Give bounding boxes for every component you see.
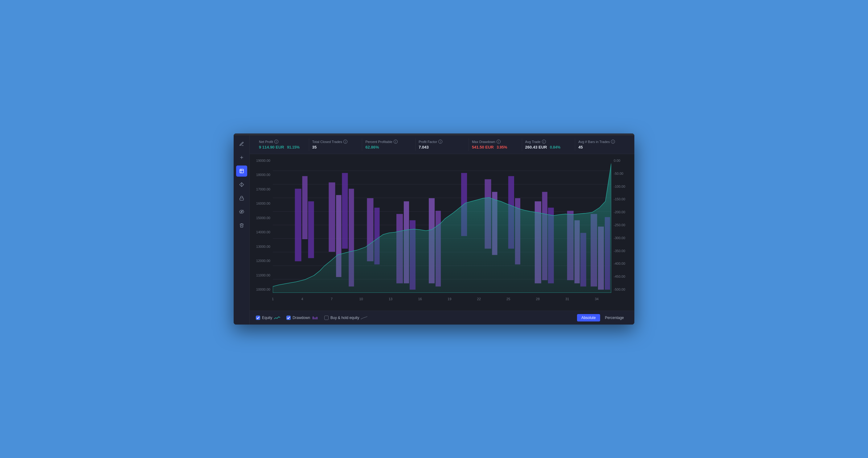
sidebar-icon-lock[interactable] (236, 193, 247, 204)
equity-line-icon (274, 316, 280, 319)
stat-total-closed-trades: Total Closed Trades i 35 (309, 139, 363, 151)
sidebar-icon-cursor[interactable] (236, 165, 247, 177)
y-left-label-4: 15000.00 (256, 216, 270, 220)
y-right-label-6: -300.00 (614, 236, 625, 240)
y-left-label-6: 13000.00 (256, 245, 270, 248)
drawdown-bar-icon (312, 316, 318, 319)
net-profit-info-icon[interactable]: i (274, 140, 278, 144)
x-label-1: 1 (272, 297, 274, 301)
svg-rect-46 (314, 317, 316, 319)
legend-drawdown-checkbox[interactable] (286, 315, 291, 320)
y-right-label-0: 0.00 (614, 159, 620, 162)
svg-rect-20 (329, 182, 335, 252)
y-right-label-7: -350.00 (614, 249, 625, 253)
main-layout: Net Profit i 9 114.90 EUR 91.15% Total C… (234, 135, 634, 325)
chart-area: 19000.00 18000.00 17000.00 16000.00 1500… (250, 154, 634, 311)
stat-percent-profitable-value: 62.86% (365, 145, 412, 150)
legend: Equity Drawdown (256, 315, 367, 320)
y-right-label-4: -200.00 (614, 210, 625, 214)
y-right-label-8: -400.00 (614, 262, 625, 265)
y-axis-right: 0.00 -50.00 -100.00 -150.00 -200.00 -250… (611, 157, 634, 293)
y-right-label-5: -250.00 (614, 223, 625, 227)
legend-buy-hold-checkbox[interactable] (324, 315, 329, 320)
legend-equity-checkbox[interactable] (256, 315, 260, 320)
stat-net-profit-value: 9 114.90 EUR 91.15% (259, 145, 306, 150)
stat-max-drawdown-label: Max Drawdown i (472, 140, 519, 144)
view-buttons: Absolute Percentage (577, 314, 628, 322)
legend-equity-label: Equity (262, 315, 272, 320)
svg-rect-17 (295, 189, 302, 261)
stat-profit-factor-label: Profit Factor i (418, 140, 465, 144)
stat-avg-trade-value: 260.43 EUR 0.84% (525, 145, 572, 150)
absolute-button[interactable]: Absolute (577, 314, 600, 322)
sidebar-icon-plus[interactable] (236, 152, 247, 163)
x-label-31: 31 (565, 297, 569, 301)
percentage-button[interactable]: Percentage (601, 314, 628, 322)
total-closed-trades-info-icon[interactable]: i (343, 140, 347, 144)
x-axis: 1 4 7 10 13 16 19 22 25 28 31 34 (273, 293, 611, 305)
stat-max-drawdown-value: 541.50 EUR 3.95% (472, 145, 519, 150)
avg-trade-info-icon[interactable]: i (542, 140, 546, 144)
x-label-22: 22 (477, 297, 481, 301)
stat-avg-trade: Avg Trade i 260.43 EUR 0.84% (522, 139, 576, 151)
stat-max-drawdown: Max Drawdown i 541.50 EUR 3.95% (469, 139, 522, 151)
stat-avg-bars-value: 45 (578, 145, 625, 150)
legend-drawdown[interactable]: Drawdown (286, 315, 318, 320)
y-left-label-8: 11000.00 (256, 273, 270, 277)
stat-total-closed-trades-label: Total Closed Trades i (312, 140, 359, 144)
x-label-10: 10 (359, 297, 363, 301)
svg-rect-18 (302, 176, 307, 239)
svg-rect-4 (240, 198, 244, 200)
y-left-label-9: 10000.00 (256, 287, 270, 291)
legend-equity[interactable]: Equity (256, 315, 280, 320)
x-label-13: 13 (389, 297, 393, 301)
y-axis-left: 19000.00 18000.00 17000.00 16000.00 1500… (250, 157, 273, 293)
stats-bar: Net Profit i 9 114.90 EUR 91.15% Total C… (250, 135, 634, 154)
x-label-19: 19 (447, 297, 451, 301)
avg-bars-info-icon[interactable]: i (611, 140, 615, 144)
y-left-label-0: 19000.00 (256, 159, 270, 162)
percent-profitable-info-icon[interactable]: i (394, 140, 398, 144)
sidebar-icon-eye[interactable] (236, 206, 247, 217)
sidebar-icon-pencil[interactable] (236, 139, 247, 150)
y-right-label-9: -450.00 (614, 275, 625, 278)
sidebar-icon-trash[interactable] (236, 220, 247, 231)
stat-percent-profitable: Percent Profitable i 62.86% (362, 139, 415, 151)
chart-svg (273, 157, 611, 293)
stat-profit-factor: Profit Factor i 7.043 (415, 139, 469, 151)
x-label-4: 4 (301, 297, 303, 301)
stat-profit-factor-value: 7.043 (418, 145, 465, 150)
sidebar-icon-ruler[interactable] (236, 179, 247, 190)
y-right-label-2: -100.00 (614, 185, 625, 188)
chart-container: 19000.00 18000.00 17000.00 16000.00 1500… (250, 157, 634, 305)
y-left-label-7: 12000.00 (256, 259, 270, 263)
stat-net-profit: Net Profit i 9 114.90 EUR 91.15% (256, 139, 309, 151)
stat-net-profit-label: Net Profit i (259, 140, 306, 144)
stat-avg-bars: Avg # Bars in Trades i 45 (575, 139, 628, 151)
buy-hold-line-icon (361, 316, 367, 319)
profit-factor-info-icon[interactable]: i (438, 140, 442, 144)
y-right-label-10: -500.00 (614, 287, 625, 291)
stat-avg-bars-label: Avg # Bars in Trades i (578, 140, 625, 144)
stat-avg-trade-label: Avg Trade i (525, 140, 572, 144)
legend-drawdown-label: Drawdown (292, 315, 310, 320)
stat-total-closed-trades-value: 35 (312, 145, 359, 150)
chart-plot (273, 157, 611, 293)
y-left-label-1: 18000.00 (256, 173, 270, 177)
content-area: Net Profit i 9 114.90 EUR 91.15% Total C… (250, 135, 634, 325)
svg-rect-2 (240, 169, 244, 173)
y-right-label-3: -150.00 (614, 197, 625, 201)
svg-rect-45 (313, 316, 314, 319)
x-label-25: 25 (506, 297, 510, 301)
svg-rect-22 (342, 173, 348, 249)
main-window: Net Profit i 9 114.90 EUR 91.15% Total C… (234, 133, 634, 325)
x-label-7: 7 (331, 297, 333, 301)
svg-rect-47 (316, 317, 317, 319)
y-left-label-3: 16000.00 (256, 202, 270, 205)
legend-buy-hold[interactable]: Buy & hold equity (324, 315, 367, 320)
footer-bar: Equity Drawdown (250, 311, 634, 325)
max-drawdown-info-icon[interactable]: i (497, 140, 501, 144)
sidebar (234, 135, 250, 325)
legend-buy-hold-label: Buy & hold equity (331, 315, 359, 320)
y-left-label-5: 14000.00 (256, 230, 270, 234)
